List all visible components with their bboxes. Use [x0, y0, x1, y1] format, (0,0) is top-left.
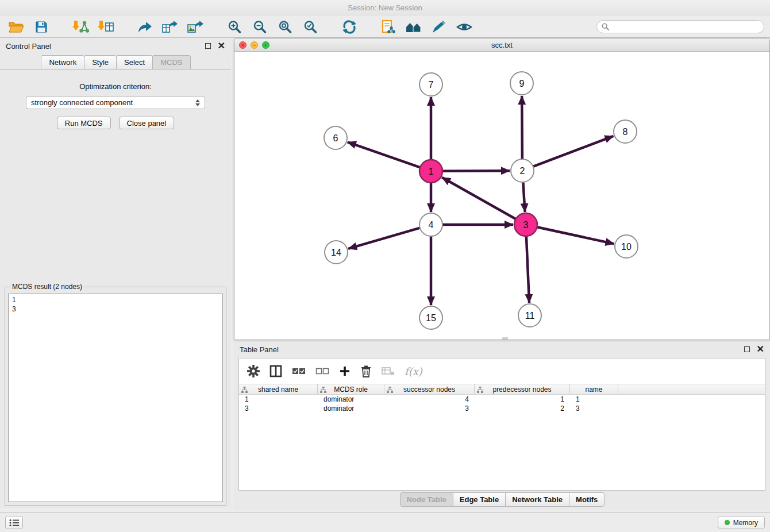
tab-edge-table[interactable]: Edge Table: [453, 492, 506, 507]
import-table-button[interactable]: [95, 18, 116, 36]
memory-button[interactable]: Memory: [718, 516, 765, 529]
export-network-icon: [137, 20, 152, 34]
table-row[interactable]: 1dominator411: [239, 395, 765, 404]
deselect-all-button[interactable]: [315, 367, 329, 376]
mcds-result-list[interactable]: 13: [8, 294, 223, 502]
table-cell[interactable]: 3: [384, 404, 475, 413]
graph-node-7[interactable]: 7: [419, 73, 442, 96]
zoom-window-icon[interactable]: +: [262, 41, 270, 49]
graph-edge-1-2[interactable]: [442, 171, 510, 171]
style-brush-button[interactable]: [429, 18, 449, 36]
graph-edge-2-8[interactable]: [533, 136, 614, 167]
task-list-icon: [9, 519, 20, 527]
import-network-button[interactable]: [70, 18, 91, 36]
table-cell[interactable]: 3: [570, 404, 618, 413]
graph-node-8[interactable]: 8: [614, 120, 637, 143]
close-panel-button[interactable]: Close panel: [119, 117, 175, 129]
search-field[interactable]: [596, 20, 764, 33]
graph-edge-2-9[interactable]: [522, 96, 522, 159]
export-table-button[interactable]: [160, 18, 180, 36]
run-mcds-button[interactable]: Run MCDS: [57, 117, 111, 129]
column-header-name[interactable]: name: [570, 384, 618, 394]
title-bar: Session: New Session: [0, 0, 770, 16]
show-columns-button[interactable]: [270, 365, 282, 377]
table-cell[interactable]: dominator: [318, 404, 384, 413]
tab-motifs[interactable]: Motifs: [569, 492, 605, 507]
graph-node-1[interactable]: 1: [419, 160, 442, 183]
open-session-button[interactable]: [6, 18, 26, 36]
table-cell[interactable]: 1: [475, 395, 570, 404]
optimization-criterion-select[interactable]: strongly connected component: [26, 96, 205, 109]
close-window-icon[interactable]: ×: [239, 41, 247, 49]
table-cell[interactable]: dominator: [318, 395, 384, 404]
resize-grip[interactable]: [502, 337, 508, 340]
zoom-fit-button[interactable]: [275, 18, 295, 36]
export-network-button[interactable]: [134, 18, 155, 36]
create-column-button[interactable]: [339, 365, 351, 377]
graph-edge-3-11[interactable]: [526, 236, 529, 303]
delete-column-button[interactable]: [360, 365, 372, 377]
graph-node-label: 2: [520, 166, 525, 176]
task-history-button[interactable]: [5, 516, 23, 529]
close-table-panel-icon[interactable]: ✕: [757, 346, 764, 352]
import-network-icon: [72, 20, 89, 34]
network-window-titlebar[interactable]: × − + scc.txt: [234, 38, 769, 52]
graph-node-15[interactable]: 15: [419, 306, 442, 329]
graph-node-9[interactable]: 9: [510, 72, 533, 95]
function-builder-button[interactable]: f(x): [405, 365, 422, 377]
graph-node-11[interactable]: 11: [518, 304, 541, 327]
network-canvas[interactable]: 7968124314101511: [234, 52, 769, 340]
graph-node-6[interactable]: 6: [324, 126, 347, 149]
table-cell[interactable]: 4: [384, 395, 475, 404]
apply-layout-button[interactable]: [339, 18, 360, 36]
export-image-button[interactable]: [185, 18, 206, 36]
graph-node-4[interactable]: 4: [419, 213, 442, 236]
delete-table-icon: [382, 366, 395, 376]
memory-status-icon: [725, 520, 730, 525]
zoom-selected-button[interactable]: [300, 18, 321, 36]
tab-mcds[interactable]: MCDS: [152, 55, 190, 69]
tab-node-table[interactable]: Node Table: [400, 492, 453, 507]
column-header-successor-nodes[interactable]: successor nodes: [384, 384, 475, 394]
minimize-window-icon[interactable]: −: [251, 41, 258, 49]
tab-select[interactable]: Select: [116, 55, 153, 69]
table-cell[interactable]: 1: [239, 395, 318, 404]
graph-node-14[interactable]: 14: [325, 241, 348, 264]
graph-edge-3-1[interactable]: [442, 178, 515, 219]
table-row[interactable]: 3dominator323: [239, 404, 765, 413]
graph-node-2[interactable]: 2: [511, 159, 534, 182]
optimization-criterion-label: Optimization criterion:: [0, 82, 231, 91]
graph-edge-2-3[interactable]: [523, 182, 525, 212]
table-cell[interactable]: 2: [475, 404, 570, 413]
column-header-predecessor-nodes[interactable]: predecessor nodes: [475, 384, 570, 394]
network-graph[interactable]: 7968124314101511: [234, 52, 769, 340]
zoom-out-button[interactable]: [249, 18, 270, 36]
table-settings-button[interactable]: [247, 365, 260, 377]
tab-network-table[interactable]: Network Table: [505, 492, 569, 507]
float-table-panel-icon[interactable]: [744, 346, 750, 352]
zoom-in-button[interactable]: [224, 18, 245, 36]
tab-network[interactable]: Network: [41, 55, 84, 69]
show-graphics-button[interactable]: [454, 18, 475, 36]
table-cell[interactable]: 3: [239, 404, 318, 413]
close-panel-icon[interactable]: ✕: [218, 43, 225, 49]
graph-edge-4-14[interactable]: [348, 228, 420, 249]
home-button[interactable]: [403, 18, 424, 36]
node-table-container: f(x) shared name MCDS role successor nod…: [238, 358, 765, 491]
tab-style[interactable]: Style: [84, 55, 117, 69]
table-cell[interactable]: 1: [570, 395, 618, 404]
table-toolbar: f(x): [239, 358, 765, 384]
column-header-mcds-role[interactable]: MCDS role: [318, 384, 384, 394]
graph-node-label: 14: [331, 248, 341, 257]
graph-edge-1-6[interactable]: [348, 142, 420, 167]
save-session-button[interactable]: [31, 18, 52, 36]
graph-node-10[interactable]: 10: [615, 235, 638, 258]
delete-table-button[interactable]: [382, 366, 395, 376]
search-input[interactable]: [612, 23, 759, 31]
float-panel-icon[interactable]: [205, 43, 211, 49]
graph-edge-3-10[interactable]: [537, 227, 614, 244]
column-header-shared-name[interactable]: shared name: [239, 384, 318, 394]
select-all-button[interactable]: [292, 367, 306, 376]
graph-node-3[interactable]: 3: [514, 213, 537, 236]
clipboard-network-button[interactable]: [378, 18, 399, 36]
